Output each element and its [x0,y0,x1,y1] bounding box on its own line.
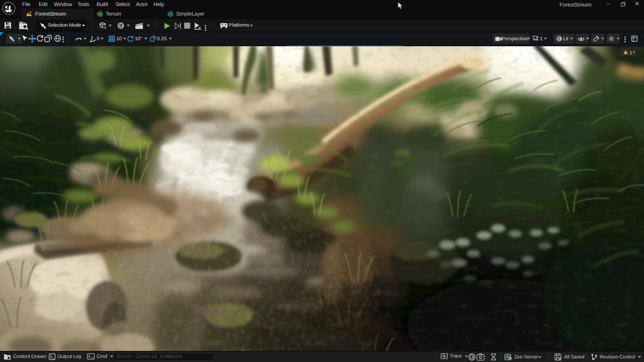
svg-text:1: 1 [629,50,632,56]
